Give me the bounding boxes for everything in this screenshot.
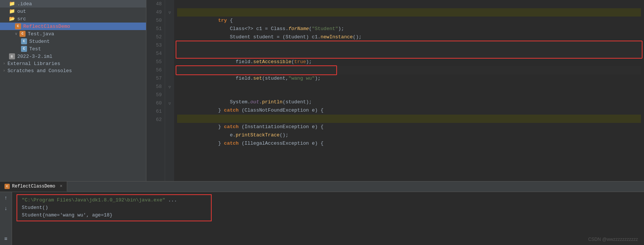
bottom-tab-reflect[interactable]: C ReflectClassDemo × <box>0 181 67 192</box>
bottom-content: ↑ ↓ ≡ "C:\Program Files\Java\jdk1.8.0_19… <box>0 192 644 245</box>
sidebar-label-test: Test <box>29 46 41 52</box>
editor-area: 48 49 50 51 52 53 54 55 56 57 58 59 60 6… <box>146 0 644 181</box>
sidebar-label-student: Student <box>29 39 50 44</box>
sidebar-label-iml: 2022-3-2.iml <box>17 54 53 59</box>
code-line-48: public static void reflectPrivateField()… <box>177 0 641 8</box>
code-line-57: System.out.println(student); <box>177 90 641 98</box>
scroll-down-btn[interactable]: ↓ <box>2 204 11 213</box>
sidebar-item-src[interactable]: 📂 src <box>0 15 146 23</box>
output-path: "C:\Program Files\Java\jdk1.8.0_192\bin\… <box>22 197 165 203</box>
bottom-tabs: C ReflectClassDemo × <box>0 181 644 192</box>
sidebar-label-idea: .idea <box>17 1 32 7</box>
gutter-52 <box>165 33 174 41</box>
gutter-48 <box>165 0 174 8</box>
code-line-50: Class<?> c1 = Class.forName("Student"); <box>177 17 641 25</box>
gutter-59 <box>165 91 174 99</box>
scroll-up-btn[interactable]: ↑ <box>2 194 11 203</box>
line-numbers: 48 49 50 51 52 53 54 55 56 57 58 59 60 6… <box>146 0 165 181</box>
sidebar-item-extlibs[interactable]: › External Libraries <box>0 60 146 67</box>
iml-icon: 🗎 <box>9 53 15 59</box>
chevron-scratches: › <box>3 69 5 73</box>
gutter-53 <box>165 41 174 50</box>
gutter-54 <box>165 50 174 58</box>
bottom-output: "C:\Program Files\Java\jdk1.8.0_192\bin\… <box>12 192 644 245</box>
bottom-sidebar: ↑ ↓ ≡ <box>0 192 12 245</box>
gutter-57 <box>165 74 174 83</box>
gutter-58: ▽ <box>165 83 174 91</box>
sidebar-label-extlibs: External Libraries <box>8 61 60 67</box>
output-line-1: "C:\Program Files\Java\jdk1.8.0_192\bin\… <box>22 197 206 204</box>
gutter-62 <box>165 116 174 124</box>
bottom-panel: C ReflectClassDemo × ↑ ↓ ≡ "C:\Program F… <box>0 181 644 245</box>
folder-icon-idea: 📁 <box>9 1 15 7</box>
gutter-55 <box>165 58 174 66</box>
code-line-58: } catch (ClassNotFoundException e) { <box>177 98 641 106</box>
gutter-50 <box>165 17 174 25</box>
watermark: CSDN @wwzzzzzzzzzzz <box>588 237 638 242</box>
code-line-60: } catch (InstantiationException e) { <box>177 115 641 123</box>
output-line-2: Student() <box>22 204 206 212</box>
sidebar-item-out[interactable]: 📁 out <box>0 8 146 15</box>
output-line-3: Student{name='wang wu', age=18} <box>22 212 206 219</box>
output-red-box: "C:\Program Files\Java\jdk1.8.0_192\bin\… <box>17 194 212 221</box>
sidebar-item-reflect[interactable]: C ReflectClassDemo <box>0 23 146 30</box>
gutter-60: ▽ <box>165 99 174 107</box>
class-icon-student: C <box>21 38 27 44</box>
code-line-56: field.set(student,"wang wu"); <box>177 66 641 74</box>
gutter: ▽ ▽ ▽ <box>165 0 174 181</box>
gutter-51 <box>165 25 174 33</box>
sidebar-item-iml[interactable]: 🗎 2022-3-2.iml <box>0 53 146 60</box>
sidebar: 📁 .idea 📁 out 📂 src C ReflectClassDemo ∨… <box>0 0 146 181</box>
gutter-56 <box>165 66 174 74</box>
folder-icon-out: 📁 <box>9 8 15 14</box>
gutter-49: ▽ <box>165 8 174 17</box>
code-line-52 <box>177 33 641 41</box>
code-line-55 <box>177 58 641 66</box>
code-line-54: field.setAccessible(true); <box>177 50 641 58</box>
code-line-59: e.printStackTrace(); <box>177 106 641 115</box>
code-line-49: try { <box>177 8 641 17</box>
tab-label: ReflectClassDemo <box>12 184 55 189</box>
java-icon-test: C <box>20 31 26 37</box>
code-line-62: } catch (IllegalAccessException e) { <box>177 131 641 139</box>
sidebar-label-src: src <box>17 16 26 22</box>
java-icon-reflect: C <box>15 23 21 29</box>
gutter-61 <box>165 107 174 116</box>
code-line-53: Field field = c1.getDeclaredField(name: … <box>177 41 641 50</box>
sidebar-label-out: out <box>17 9 26 14</box>
sidebar-label-testjava: Test.java <box>28 31 54 37</box>
main-area: 📁 .idea 📁 out 📂 src C ReflectClassDemo ∨… <box>0 0 644 181</box>
chevron-extlibs: › <box>3 62 5 66</box>
chevron-testjava: ∨ <box>15 32 17 36</box>
sidebar-item-scratches[interactable]: › Scratches and Consoles <box>0 67 146 74</box>
align-btn[interactable]: ≡ <box>2 234 11 243</box>
sidebar-item-student[interactable]: C Student <box>0 38 146 45</box>
code-lines[interactable]: public static void reflectPrivateField()… <box>174 0 644 181</box>
tab-icon: C <box>5 184 10 189</box>
sidebar-item-idea[interactable]: 📁 .idea <box>0 0 146 8</box>
sidebar-label-scratches: Scratches and Consoles <box>8 68 72 74</box>
class-icon-test: C <box>21 46 27 52</box>
sidebar-item-testjava[interactable]: ∨ C Test.java <box>0 30 146 38</box>
code-container: 48 49 50 51 52 53 54 55 56 57 58 59 60 6… <box>146 0 644 181</box>
sidebar-item-test[interactable]: C Test <box>0 45 146 53</box>
tab-close[interactable]: × <box>60 184 62 189</box>
code-line-61: e.printStackTrace(); <box>177 123 641 131</box>
folder-icon-src: 📂 <box>9 16 15 22</box>
sidebar-label-reflect: ReflectClassDemo <box>23 24 70 29</box>
code-line-51: Student student = (Student) c1.newInstan… <box>177 25 641 33</box>
